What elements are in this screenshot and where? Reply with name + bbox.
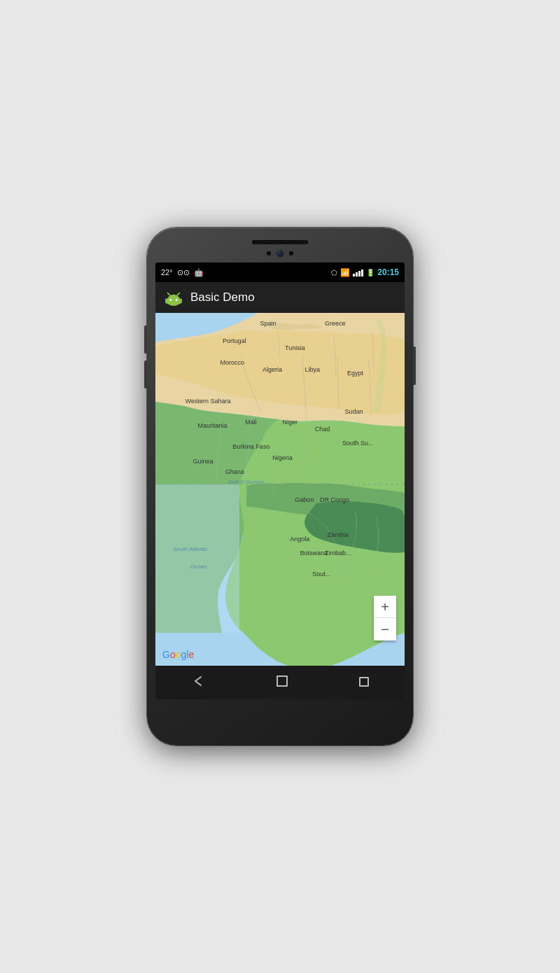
time-display: 20:15	[377, 267, 399, 277]
phone-device: 22° ⊙⊙ 🤖 ⬠ 📶 🔋 20:15	[147, 227, 413, 746]
android-logo-icon	[164, 288, 183, 307]
map-container[interactable]: Spain Greece Portugal Tunisia Morocco Al…	[155, 313, 405, 666]
back-button[interactable]	[186, 668, 211, 697]
volume-down-button[interactable]	[144, 360, 147, 388]
recent-apps-button[interactable]	[354, 670, 374, 696]
map-svg	[155, 313, 405, 666]
speaker-grille	[252, 240, 308, 244]
svg-rect-7	[180, 298, 182, 303]
svg-rect-1	[167, 298, 181, 304]
wifi-icon: 📶	[340, 268, 350, 277]
power-button[interactable]	[413, 346, 416, 385]
phone-screen: 22° ⊙⊙ 🤖 ⬠ 📶 🔋 20:15	[155, 262, 405, 699]
zoom-controls[interactable]: + −	[374, 596, 396, 640]
sensor-dot2	[289, 251, 293, 255]
signal-bars	[353, 268, 363, 276]
battery-icon: 🔋	[366, 269, 374, 276]
sensor-dot	[267, 251, 271, 255]
recent-apps-icon	[359, 677, 369, 687]
google-logo: Google	[162, 649, 194, 660]
svg-line-4	[168, 293, 171, 296]
svg-point-2	[169, 299, 172, 301]
app-title: Basic Demo	[190, 290, 255, 304]
nav-bar	[155, 666, 405, 699]
svg-point-3	[176, 299, 178, 301]
voicemail-icon: ⊙⊙	[177, 268, 190, 277]
app-bar: Basic Demo	[155, 282, 405, 313]
status-right: ⬠ 📶 🔋 20:15	[331, 267, 399, 277]
status-left: 22° ⊙⊙ 🤖	[161, 268, 204, 277]
android-face-icon: 🤖	[194, 268, 204, 277]
bluetooth-icon: ⬠	[331, 269, 337, 276]
svg-rect-6	[165, 298, 167, 303]
volume-up-button[interactable]	[144, 326, 147, 354]
status-bar: 22° ⊙⊙ 🤖 ⬠ 📶 🔋 20:15	[155, 262, 405, 282]
home-icon	[276, 676, 288, 687]
zoom-in-button[interactable]: +	[374, 596, 396, 618]
home-button[interactable]	[271, 670, 293, 696]
svg-line-5	[177, 293, 180, 296]
top-sensors	[155, 250, 405, 257]
front-camera	[276, 250, 284, 257]
zoom-out-button[interactable]: −	[374, 618, 396, 640]
temperature-display: 22°	[161, 268, 173, 276]
